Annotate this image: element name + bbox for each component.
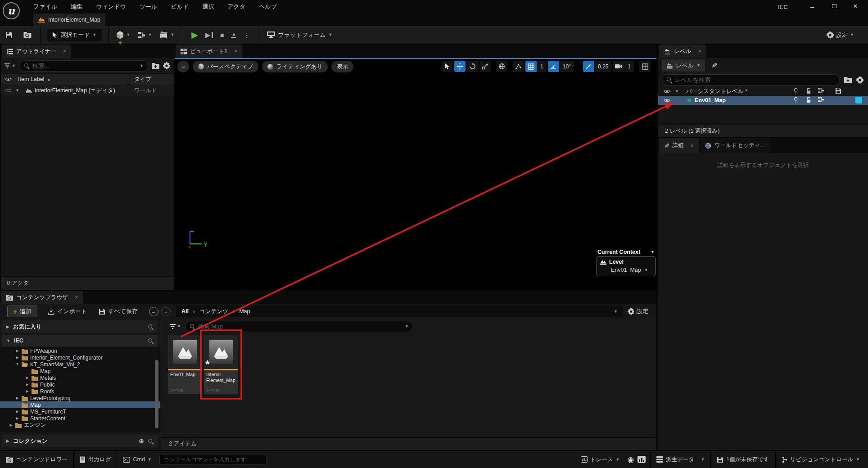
outliner-row-world[interactable]: ▼ InteriorElement_Map (エディタ) ワールド <box>1 85 174 96</box>
chevron-down-icon[interactable]: ▼ <box>644 268 648 272</box>
levels-search[interactable] <box>662 74 840 86</box>
blueprints-button[interactable]: ▼ <box>134 32 156 38</box>
add-collection-icon[interactable]: ⊕ <box>139 437 144 445</box>
import-button[interactable]: インポート <box>42 307 93 315</box>
perspective-selector[interactable]: パースペクティブ <box>193 61 258 72</box>
tab-details[interactable]: ✎ 詳細 × <box>659 138 699 153</box>
stop-button[interactable]: ■ <box>217 32 227 39</box>
camera-speed-value[interactable]: 1 <box>624 61 634 72</box>
content-settings-button[interactable]: 設定 <box>623 307 653 315</box>
column-item-label[interactable]: Item Label <box>18 76 44 82</box>
favorites-header[interactable]: ▶ お気に入り <box>2 320 158 333</box>
viewport-options-menu[interactable]: ≡ <box>177 61 189 72</box>
persistent-level-label[interactable]: パーシスタントレベル * <box>686 88 747 95</box>
expand-chevron-icon[interactable]: ▼ <box>675 90 679 94</box>
chevron-down-icon[interactable]: ▼ <box>651 250 655 254</box>
tree-item[interactable]: Map <box>0 368 160 374</box>
collections-header[interactable]: ▶ コレクション ⊕ <box>2 435 158 447</box>
play-options-button[interactable]: ⋮ <box>240 32 253 39</box>
outliner-search[interactable]: ▼ <box>19 60 148 72</box>
content-drawer-button[interactable]: コンテンツドロワー <box>0 451 73 468</box>
tab-levels[interactable]: レベル × <box>659 45 706 58</box>
browse-content-button[interactable] <box>18 32 37 38</box>
menu-help[interactable]: ヘルプ <box>259 3 277 11</box>
grid-snap-value[interactable]: 1 <box>537 61 547 72</box>
platforms-button[interactable]: プラットフォーム ▼ <box>263 31 336 39</box>
play-button[interactable]: ▶ <box>188 30 202 40</box>
tree-item[interactable]: ▶Interior_Element_Configurator <box>0 354 160 361</box>
world-row-label[interactable]: InteriorElement_Map (エディタ) <box>35 87 115 94</box>
asset-search-input[interactable] <box>198 323 402 330</box>
tree-item[interactable]: ▼KT_SmartMat_Vol_2 <box>0 361 160 368</box>
new-folder-icon[interactable] <box>152 63 159 69</box>
level-blueprint-icon[interactable] <box>818 88 824 93</box>
unreal-logo-icon[interactable]: u <box>3 2 20 19</box>
expand-chevron-icon[interactable]: ▼ <box>15 89 19 93</box>
column-type[interactable]: タイプ <box>134 76 151 83</box>
eye-icon[interactable] <box>5 88 12 93</box>
view-mode-selector[interactable]: ライティングあり <box>262 61 328 72</box>
add-content-button[interactable]: + 追加 <box>7 306 37 317</box>
tree-item[interactable]: ▶エンジン <box>0 422 160 428</box>
menu-build[interactable]: ビルド <box>171 3 189 11</box>
menu-window[interactable]: ウィンドウ <box>96 3 126 11</box>
derived-data-button[interactable]: 派生データ ▼ <box>651 451 710 468</box>
close-icon[interactable]: × <box>691 143 694 149</box>
level-color-chip[interactable] <box>855 97 862 104</box>
toolbar-settings-button[interactable]: 設定 ▼ <box>827 31 854 39</box>
world-local-toggle[interactable] <box>496 61 507 72</box>
console-input-wrap[interactable] <box>159 454 267 465</box>
tree-item[interactable]: ▶StarterContent <box>0 415 160 422</box>
tree-item[interactable]: ▶Public <box>0 381 160 388</box>
cmd-selector[interactable]: Cmd ▼ <box>117 451 157 468</box>
tree-item[interactable]: ▶MS_FurnitureT <box>0 408 160 415</box>
outliner-settings-icon[interactable] <box>163 62 170 69</box>
rotate-tool-button[interactable] <box>467 61 478 72</box>
new-folder-icon[interactable] <box>844 76 852 83</box>
back-button[interactable]: ← <box>149 307 158 316</box>
tree-item[interactable]: ▶Metals <box>0 374 160 381</box>
tab-viewport[interactable]: ビューポート1 × <box>176 45 242 58</box>
search-icon[interactable] <box>148 438 154 444</box>
restore-button[interactable] <box>832 4 836 8</box>
tree-item[interactable]: ▶Roofs <box>0 388 160 395</box>
eye-icon[interactable] <box>5 77 12 81</box>
viewport-canvas[interactable]: ≡ パースペクティブ ライティングあり 表示 <box>175 59 656 290</box>
close-icon[interactable]: × <box>234 48 237 54</box>
menu-tools[interactable]: ツール <box>140 3 158 11</box>
close-icon[interactable]: × <box>75 294 78 301</box>
trace-snapshot-icon[interactable] <box>637 456 646 463</box>
minimize-button[interactable]: – <box>810 3 814 10</box>
lighting-icon[interactable] <box>793 97 798 103</box>
menu-actor[interactable]: アクタ <box>227 3 245 11</box>
cinematics-button[interactable]: ▼ <box>156 32 178 38</box>
chevron-down-icon[interactable]: ▼ <box>614 310 618 314</box>
outliner-search-input[interactable] <box>32 63 137 69</box>
frame-skip-button[interactable]: ▶ <box>202 31 217 39</box>
menu-select[interactable]: 選択 <box>202 3 214 11</box>
level-row-env01[interactable]: Env01_Map <box>658 96 868 105</box>
trace-button[interactable]: トレース ▼ <box>575 451 626 468</box>
breadcrumb-all[interactable]: All <box>181 308 189 315</box>
maximize-viewport-button[interactable] <box>639 61 651 72</box>
unlock-icon[interactable] <box>806 97 811 103</box>
eye-icon[interactable] <box>664 98 670 103</box>
levels-menu-button[interactable]: レベル ▼ <box>662 59 705 72</box>
trace-record-icon[interactable]: ◉ <box>627 455 634 464</box>
unsaved-button[interactable]: 1個が未保存です <box>711 451 775 468</box>
root-folder-header[interactable]: ▼ IEC <box>2 335 158 346</box>
asset-filter-button[interactable]: ▼ <box>170 324 181 329</box>
eject-button[interactable]: ▲ <box>227 32 240 38</box>
tab-content-browser[interactable]: コンテンツブラウザ × <box>1 291 83 304</box>
asset-search[interactable]: ▼ <box>185 321 413 332</box>
save-all-button[interactable]: すべて保存 <box>93 307 144 315</box>
close-icon[interactable]: × <box>698 48 701 54</box>
close-button[interactable]: × <box>853 2 858 11</box>
tab-world-settings[interactable]: ワールドセッティ... <box>700 138 770 153</box>
tree-scrollbar[interactable] <box>155 360 158 428</box>
context-level-value[interactable]: Env01_Map <box>611 267 641 273</box>
level-row-persistent[interactable]: ▼ パーシスタントレベル * <box>658 87 868 96</box>
asset-tile-interior-element-map[interactable]: * Interior Element_Map レベル <box>204 335 238 394</box>
scale-snap-value[interactable]: 0.25 <box>595 61 611 72</box>
editor-mode-select[interactable]: 選択モード ▼ <box>47 29 102 41</box>
